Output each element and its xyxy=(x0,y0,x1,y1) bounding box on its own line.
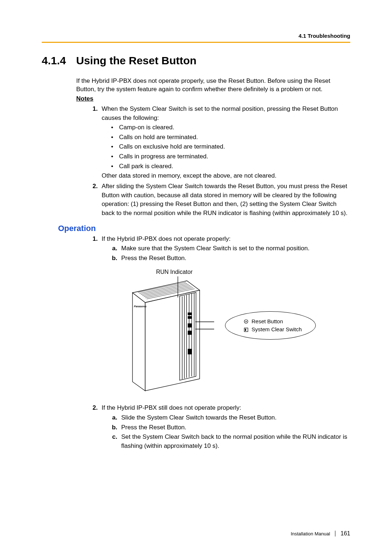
device-figure: RUN Indicator xyxy=(123,268,327,398)
section-number: 4.1.4 xyxy=(42,54,66,67)
bullet-item: Calls on hold are terminated. xyxy=(119,133,350,142)
footer-divider xyxy=(335,531,335,536)
system-clear-switch-icon xyxy=(244,327,249,332)
svg-point-27 xyxy=(245,321,246,322)
svg-rect-29 xyxy=(245,329,246,331)
note-1-lead: When the System Clear Switch is set to t… xyxy=(102,105,338,121)
callout-bubble: Reset Button System Clear Switch xyxy=(225,311,316,340)
page: 4.1 Troubleshooting 4.1.4 Using the Rese… xyxy=(0,0,392,555)
note-item-2: After sliding the System Clear Switch to… xyxy=(99,182,350,218)
intro-block: If the Hybrid IP-PBX does not operate pr… xyxy=(76,77,350,102)
note-item-1: When the System Clear Switch is set to t… xyxy=(99,105,350,181)
svg-rect-11 xyxy=(188,316,192,319)
callout-switch-label: System Clear Switch xyxy=(252,325,302,334)
notes-heading: Notes xyxy=(76,95,350,102)
op-1-lead: If the Hybrid IP-PBX does not operate pr… xyxy=(102,235,230,242)
section-title: Using the Reset Button xyxy=(76,54,197,67)
operation-heading: Operation xyxy=(58,224,350,233)
operation-ordered-list: If the Hybrid IP-PBX does not operate pr… xyxy=(76,235,350,451)
bullet-item: Calls on exclusive hold are terminated. xyxy=(119,142,350,151)
op-2-sub-b: Press the Reset Button. xyxy=(119,423,350,432)
callout-reset-row: Reset Button xyxy=(244,317,283,326)
header-rule xyxy=(42,42,350,43)
page-footer: Installation Manual 161 xyxy=(291,530,350,537)
op-2-sublist: Slide the System Clear Switch towards th… xyxy=(102,413,350,451)
device-illustration: Panasonic xyxy=(123,276,214,396)
note-1-other: Other data stored in memory, except the … xyxy=(102,171,350,181)
svg-rect-12 xyxy=(188,324,192,327)
notes-ordered-list: When the System Clear Switch is set to t… xyxy=(76,105,350,218)
op-2-lead: If the Hybrid IP-PBX still does not oper… xyxy=(102,404,241,411)
page-number: 161 xyxy=(340,530,350,537)
intro-text: If the Hybrid IP-PBX does not operate pr… xyxy=(76,77,350,94)
bullet-item: Camp-on is cleared. xyxy=(119,123,350,132)
svg-rect-14 xyxy=(188,349,192,354)
op-2-sub-a: Slide the System Clear Switch towards th… xyxy=(119,413,350,422)
operation-block: If the Hybrid IP-PBX does not operate pr… xyxy=(76,235,350,451)
op-item-1: If the Hybrid IP-PBX does not operate pr… xyxy=(99,235,350,399)
op-1-sub-a: Make sure that the System Clear Switch i… xyxy=(119,244,350,253)
reset-button-icon xyxy=(244,319,249,324)
section-heading: 4.1.4 Using the Reset Button xyxy=(42,54,350,67)
note-1-bullets: Camp-on is cleared. Calls on hold are te… xyxy=(102,123,350,171)
op-item-2: If the Hybrid IP-PBX still does not oper… xyxy=(99,404,350,450)
op-1-sub-b: Press the Reset Button. xyxy=(119,254,350,263)
bullet-item: Calls in progress are terminated. xyxy=(119,152,350,161)
op-1-sublist: Make sure that the System Clear Switch i… xyxy=(102,244,350,263)
footer-doc-title: Installation Manual xyxy=(291,531,330,536)
callout-switch-row: System Clear Switch xyxy=(244,325,302,334)
op-2-sub-c: Set the System Clear Switch back to the … xyxy=(119,433,350,450)
note-2-text: After sliding the System Clear Switch to… xyxy=(102,183,347,216)
svg-rect-10 xyxy=(188,313,192,315)
run-indicator-label: RUN Indicator xyxy=(156,268,192,276)
svg-rect-13 xyxy=(188,331,192,335)
device-brand-label: Panasonic xyxy=(134,305,147,308)
callout-reset-label: Reset Button xyxy=(252,317,283,326)
notes-list-block: When the System Clear Switch is set to t… xyxy=(76,105,350,218)
bullet-item: Call park is cleared. xyxy=(119,162,350,171)
running-header: 4.1 Troubleshooting xyxy=(42,33,350,39)
